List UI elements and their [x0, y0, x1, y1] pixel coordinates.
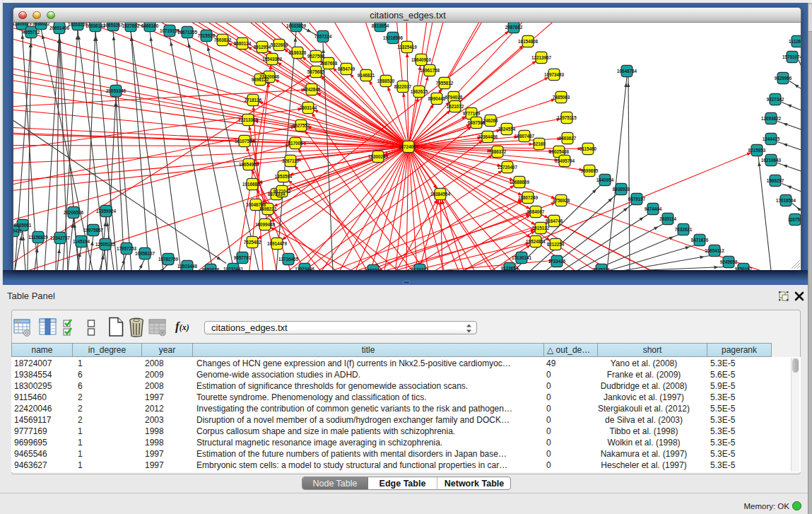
svg-text:1353594: 1353594	[275, 173, 293, 178]
svg-text:8813054: 8813054	[372, 23, 389, 28]
svg-text:19384554: 19384554	[430, 191, 451, 196]
svg-text:16961758: 16961758	[420, 67, 440, 72]
svg-text:1244415: 1244415	[763, 136, 780, 141]
svg-text:7485063: 7485063	[553, 94, 570, 99]
svg-text:18724007: 18724007	[399, 144, 419, 148]
svg-text:8912954: 8912954	[254, 44, 271, 49]
svg-text:3267110: 3267110	[282, 158, 300, 163]
svg-text:9242848: 9242848	[303, 86, 321, 91]
svg-text:8990448: 8990448	[428, 95, 446, 100]
svg-text:11305529: 11305529	[13, 23, 32, 26]
svg-text:10958107: 10958107	[135, 250, 155, 255]
svg-text:19524851: 19524851	[526, 238, 546, 243]
svg-text:1588520: 1588520	[377, 78, 395, 83]
svg-text:10232441: 10232441	[223, 266, 244, 270]
svg-text:7357224: 7357224	[314, 33, 332, 38]
svg-text:746266: 746266	[483, 117, 498, 122]
svg-text:9329966: 9329966	[775, 75, 792, 80]
svg-text:8215953: 8215953	[748, 147, 766, 152]
svg-text:20053346: 20053346	[106, 88, 126, 93]
svg-text:6466160: 6466160	[141, 23, 159, 28]
svg-text:10025438: 10025438	[549, 148, 570, 153]
svg-text:9482216: 9482216	[365, 267, 382, 270]
svg-text:2935114: 2935114	[659, 216, 677, 221]
svg-text:5322608: 5322608	[271, 42, 288, 47]
svg-text:8212254: 8212254	[547, 241, 565, 246]
svg-text:10648784: 10648784	[617, 68, 637, 73]
svg-text:19166827: 19166827	[242, 181, 263, 186]
svg-text:9750167: 9750167	[735, 266, 753, 270]
svg-text:7745221: 7745221	[593, 267, 611, 270]
svg-text:11156829: 11156829	[28, 234, 48, 239]
svg-text:16033809: 16033809	[286, 23, 307, 28]
svg-text:18807249: 18807249	[518, 194, 539, 199]
svg-text:7515526: 7515526	[198, 33, 216, 37]
svg-text:9227342: 9227342	[767, 96, 784, 101]
svg-text:15495794: 15495794	[555, 158, 575, 163]
svg-text:9084067: 9084067	[527, 209, 545, 214]
svg-text:16671355: 16671355	[177, 29, 198, 34]
svg-text:12975115: 12975115	[557, 115, 577, 119]
svg-text:1362615: 1362615	[411, 88, 428, 93]
svg-text:16099489: 16099489	[255, 221, 276, 226]
svg-text:9527508: 9527508	[307, 53, 325, 58]
svg-text:7663822: 7663822	[214, 37, 232, 42]
svg-text:9777169: 9777169	[463, 110, 481, 115]
svg-text:20206536: 20206536	[64, 209, 84, 214]
svg-text:6879197: 6879197	[628, 196, 646, 201]
svg-text:2718126: 2718126	[245, 97, 262, 102]
svg-text:3756928: 3756928	[553, 197, 570, 202]
svg-text:12505135: 12505135	[95, 241, 116, 246]
svg-text:11325419: 11325419	[397, 44, 417, 49]
svg-text:8123331: 8123331	[411, 267, 429, 270]
svg-text:1569297: 1569297	[767, 177, 784, 182]
svg-text:7955812: 7955812	[436, 80, 454, 85]
svg-text:20691406: 20691406	[49, 25, 70, 30]
svg-text:8454749: 8454749	[338, 66, 355, 71]
svg-text:10688609: 10688609	[510, 179, 530, 184]
svg-text:8471676: 8471676	[691, 237, 709, 242]
svg-text:15720407: 15720407	[498, 164, 518, 169]
svg-text:20364436: 20364436	[478, 134, 498, 139]
svg-text:12093822: 12093822	[761, 115, 782, 120]
svg-text:9115460: 9115460	[579, 146, 597, 151]
svg-text:16210643: 16210643	[761, 157, 782, 162]
svg-text:18300295: 18300295	[368, 153, 389, 158]
svg-text:2087682: 2087682	[505, 24, 523, 29]
svg-text:1145194: 1145194	[73, 238, 90, 243]
svg-text:9463627: 9463627	[559, 135, 577, 140]
svg-text:16914479: 16914479	[267, 240, 288, 245]
svg-text:10807487: 10807487	[514, 133, 535, 138]
svg-text:9657791: 9657791	[234, 255, 252, 259]
svg-text:16782759: 16782759	[158, 256, 179, 261]
svg-text:9952076: 9952076	[202, 267, 220, 270]
svg-text:12213967: 12213967	[531, 54, 552, 59]
svg-text:8186328: 8186328	[289, 49, 307, 54]
svg-text:15136141: 15136141	[512, 255, 532, 259]
svg-text:9936022: 9936022	[33, 23, 50, 26]
svg-text:10653267: 10653267	[103, 23, 124, 28]
svg-text:12923448: 12923448	[177, 263, 198, 268]
svg-text:12213369: 12213369	[238, 117, 259, 122]
svg-text:17957253: 17957253	[117, 245, 137, 250]
svg-text:19975867: 19975867	[83, 227, 104, 232]
svg-text:3824554: 3824554	[498, 126, 516, 131]
svg-text:817006: 817006	[288, 140, 303, 145]
svg-text:1498222: 1498222	[259, 206, 277, 211]
svg-text:8627552: 8627552	[293, 122, 310, 127]
svg-text:8660124: 8660124	[234, 40, 252, 45]
svg-text:16154808: 16154808	[518, 38, 539, 43]
svg-text:7386372: 7386372	[489, 148, 507, 153]
svg-text:4055712: 4055712	[23, 29, 40, 34]
svg-text:1440954: 1440954	[596, 177, 614, 182]
svg-text:116753: 116753	[788, 216, 801, 221]
svg-text:12342737: 12342737	[50, 235, 71, 240]
svg-text:9164746: 9164746	[546, 218, 563, 223]
svg-text:9121042: 9121042	[273, 188, 291, 193]
svg-text:1621072: 1621072	[447, 103, 464, 108]
svg-text:16543362: 16543362	[262, 56, 283, 61]
svg-text:17359924: 17359924	[96, 208, 117, 213]
svg-text:7632621: 7632621	[675, 226, 693, 231]
svg-text:9385061: 9385061	[14, 222, 32, 227]
svg-text:10973493: 10973493	[544, 71, 565, 76]
